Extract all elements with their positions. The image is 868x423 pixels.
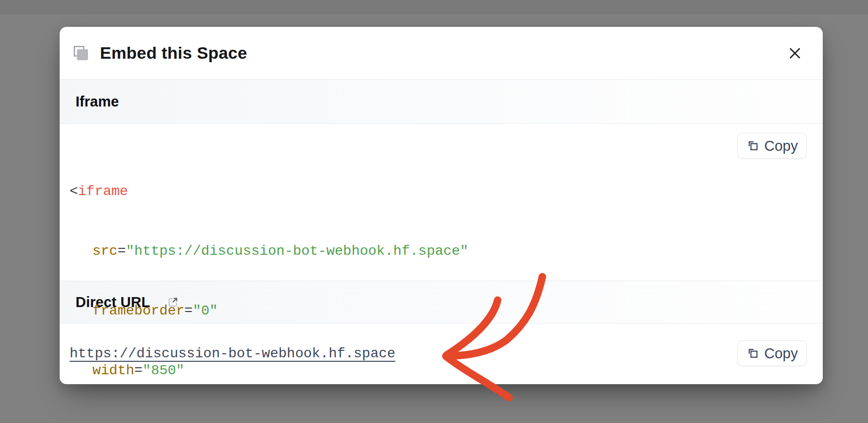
code-block: <iframe src="https://discussion-bot-webh…: [60, 124, 823, 384]
code-line: src="https://discussion-bot-webhook.hf.s…: [70, 241, 813, 261]
embed-space-dialog: Embed this Space Iframe Copy <iframe src…: [60, 27, 823, 384]
iframe-code-section: Copy <iframe src="https://discussion-bot…: [60, 124, 823, 281]
duplicate-icon: [74, 46, 88, 61]
dialog-title: Embed this Space: [100, 43, 247, 63]
copy-iframe-button[interactable]: Copy: [737, 133, 807, 159]
code-line: frameborder="0": [70, 301, 813, 321]
iframe-section-label: Iframe: [76, 94, 119, 110]
code-line: width="850": [70, 361, 813, 381]
copy-button-label: Copy: [764, 138, 798, 154]
close-icon: [787, 46, 802, 61]
code-line: <iframe: [70, 182, 813, 202]
dialog-header: Embed this Space: [60, 27, 823, 79]
section-header-iframe: Iframe: [60, 79, 823, 124]
copy-icon: [746, 139, 759, 152]
close-button[interactable]: [785, 43, 805, 63]
